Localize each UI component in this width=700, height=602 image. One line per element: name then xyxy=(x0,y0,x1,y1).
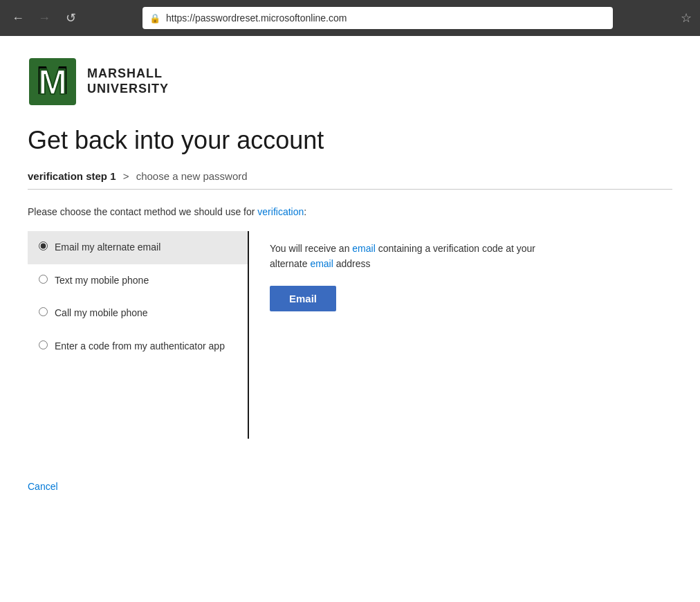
svg-text:M: M xyxy=(38,63,67,102)
page-content: M M M MARSHALL UNIVERSITY Get back into … xyxy=(0,36,700,520)
breadcrumb-next: choose a new password xyxy=(136,170,248,182)
email-button[interactable]: Email xyxy=(270,286,336,311)
breadcrumb-separator: > xyxy=(123,170,129,182)
logo-area: M M M MARSHALL UNIVERSITY xyxy=(28,57,672,107)
option-call-mobile-label: Call my mobile phone xyxy=(55,307,148,320)
forward-button[interactable]: → xyxy=(35,11,54,26)
page-heading: Get back into your account xyxy=(28,126,672,155)
radio-call-mobile[interactable] xyxy=(39,307,48,316)
right-panel-description: You will receive an email containing a v… xyxy=(270,241,560,272)
breadcrumb: verification step 1 > choose a new passw… xyxy=(28,170,672,182)
instruction-highlight: verification xyxy=(257,206,304,217)
browser-actions: ☆ xyxy=(675,10,692,26)
email-highlight: email xyxy=(352,243,375,254)
radio-text-mobile[interactable] xyxy=(39,275,48,284)
refresh-button[interactable]: ↺ xyxy=(61,10,80,26)
option-call-mobile[interactable]: Call my mobile phone xyxy=(28,297,248,330)
email-highlight2: email xyxy=(310,258,333,269)
browser-chrome: ← → ↺ 🔒 https://passwordreset.microsofto… xyxy=(0,0,700,36)
option-auth-app[interactable]: Enter a code from my authenticator app xyxy=(28,330,248,363)
option-text-mobile[interactable]: Text my mobile phone xyxy=(28,264,248,298)
cancel-link[interactable]: Cancel xyxy=(28,481,58,492)
left-panel: Email my alternate email Text my mobile … xyxy=(28,231,249,439)
option-auth-app-label: Enter a code from my authenticator app xyxy=(55,340,225,354)
lock-icon: 🔒 xyxy=(149,13,160,24)
university-logo: M M M xyxy=(28,57,77,107)
university-name-line2: UNIVERSITY xyxy=(87,82,169,97)
right-panel: You will receive an email containing a v… xyxy=(249,231,672,439)
instruction-text: Please choose the contact method we shou… xyxy=(28,206,672,217)
back-button[interactable]: ← xyxy=(8,11,28,26)
university-name: MARSHALL UNIVERSITY xyxy=(87,66,169,96)
address-bar[interactable]: 🔒 https://passwordreset.microsoftonline.… xyxy=(142,7,613,29)
radio-email-alternate[interactable] xyxy=(39,241,48,250)
radio-auth-app[interactable] xyxy=(39,340,48,349)
bookmark-icon[interactable]: ☆ xyxy=(681,10,692,26)
options-layout: Email my alternate email Text my mobile … xyxy=(28,231,672,439)
option-email-alternate[interactable]: Email my alternate email xyxy=(28,231,248,264)
cancel-area: Cancel xyxy=(28,480,672,493)
url-text: https://passwordreset.microsoftonline.co… xyxy=(166,12,347,24)
option-email-alternate-label: Email my alternate email xyxy=(55,241,160,255)
section-divider xyxy=(28,189,672,190)
university-name-line1: MARSHALL xyxy=(87,66,169,82)
option-text-mobile-label: Text my mobile phone xyxy=(55,274,149,288)
breadcrumb-step: verification step 1 xyxy=(28,170,116,182)
